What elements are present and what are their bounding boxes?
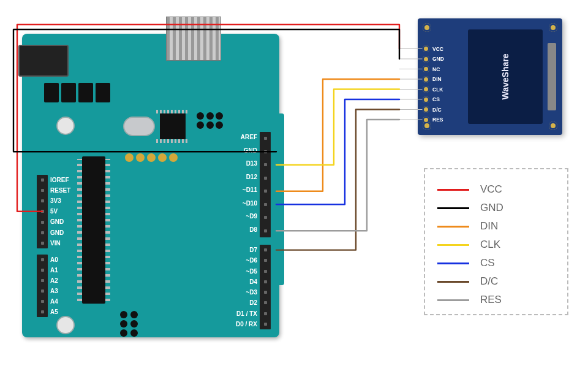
display-screen: WaveShare [468, 29, 543, 124]
pin-IOREF [37, 175, 48, 185]
pin-D6 [260, 255, 271, 266]
pin-D11 [260, 185, 271, 198]
pin-D13 [260, 158, 271, 172]
pin-label: ~D10 [243, 200, 257, 207]
voltage-regulator-heatsink [166, 17, 221, 61]
waveshare-display-module: WaveShare VCCGNDNCDINCLKCSD/CRES [418, 18, 562, 135]
reset-button-icon [56, 117, 75, 135]
solder-pad-icon [423, 117, 429, 123]
legend-label: CS [480, 257, 495, 269]
legend-color-swatch [437, 207, 469, 209]
pin-label: A0 [50, 256, 58, 263]
pin-label: A5 [50, 309, 58, 315]
pin-label: IOREF [50, 177, 69, 183]
legend-label: D/C [480, 275, 498, 288]
solder-pad-icon [423, 56, 429, 63]
digital-header-low: D7~D6~D5D4~D3D2D1 / TXD0 / RX [260, 245, 271, 329]
pin-AREF [260, 132, 271, 145]
pin-label: 3V3 [50, 197, 61, 204]
legend-row-RES: RES [437, 291, 555, 309]
wire-DC [276, 110, 399, 250]
pin-5V [37, 206, 48, 217]
legend-row-VCC: VCC [437, 180, 555, 199]
flex-connector [548, 43, 556, 110]
pin-A0 [37, 255, 48, 265]
legend-label: CLK [480, 239, 500, 251]
pin-label: ~D3 [246, 289, 257, 296]
pin-D1TX [260, 309, 271, 319]
icsp-header-2 [120, 311, 138, 337]
pin-D8 [260, 224, 271, 238]
pin-label: ~D9 [246, 213, 257, 220]
display-pin-RES: RES [423, 115, 444, 125]
solder-pad-icon [423, 86, 429, 93]
usb-port [18, 45, 69, 77]
capacitor-icon [56, 316, 75, 334]
solder-pad-icon [423, 106, 429, 113]
legend-color-swatch [437, 263, 469, 264]
legend-label: DIN [480, 220, 498, 232]
legend-label: GND [480, 202, 503, 214]
pin-label: ~D5 [246, 268, 257, 275]
pin-label: AREF [241, 134, 257, 140]
legend-label: RES [480, 294, 502, 306]
crystal-oscillator [123, 117, 155, 136]
pin-label: D13 [246, 160, 257, 167]
pin-label: D1 / TX [236, 310, 257, 317]
legend-color-swatch [437, 226, 469, 228]
analog-header: A0A1A2A3A4A5 [37, 255, 48, 317]
pin-D3 [260, 287, 271, 297]
pin-D12 [260, 172, 271, 185]
pin-A5 [37, 307, 48, 317]
icsp-header-1 [197, 112, 224, 129]
solder-pad-icon [423, 45, 429, 52]
pin-label: A4 [50, 298, 58, 305]
legend-color-swatch [437, 189, 469, 191]
solder-pad-icon [423, 66, 429, 72]
pin-label: 5V [50, 208, 58, 215]
display-pin-CS: CS [423, 95, 444, 104]
solder-pad-icon [423, 96, 429, 103]
display-pin-NC: NC [423, 64, 444, 74]
pin-D10 [260, 198, 271, 212]
pin-VIN [37, 238, 48, 248]
display-pin-label: DIN [432, 76, 442, 82]
display-pin-CLK: CLK [423, 85, 444, 94]
legend-row-DC: D/C [437, 272, 555, 291]
pin-label: RESET [50, 187, 70, 194]
display-pin-label: VCC [432, 46, 443, 52]
display-pin-label: NC [432, 66, 440, 72]
solder-pads [125, 153, 178, 162]
display-pin-label: CS [432, 96, 440, 102]
arduino-board: IOREFRESET3V35VGNDGNDVIN A0A1A2A3A4A5 AR… [22, 34, 279, 337]
pin-label: A2 [50, 277, 58, 284]
legend-color-swatch [437, 281, 469, 283]
pin-label: A1 [50, 267, 58, 274]
pin-label: ~D11 [243, 186, 257, 193]
pin-label: D0 / RX [236, 321, 257, 328]
legend-color-swatch [437, 244, 469, 246]
legend-row-CLK: CLK [437, 236, 555, 254]
pin-label: D4 [249, 278, 257, 285]
display-pin-label: GND [432, 56, 444, 62]
smd-ic [160, 113, 186, 139]
mount-hole-icon [549, 121, 557, 130]
pin-3V3 [37, 196, 48, 206]
legend-row-GND: GND [437, 199, 555, 217]
pin-label: VIN [50, 240, 61, 247]
pin-label: A3 [50, 288, 58, 294]
pin-label: D8 [249, 226, 257, 233]
solder-pad-icon [423, 76, 429, 83]
legend-label: VCC [480, 183, 502, 196]
pin-D5 [260, 266, 271, 277]
pin-label: ~D6 [246, 257, 257, 264]
pin-D9 [260, 211, 271, 224]
pin-D4 [260, 277, 271, 287]
pin-label: D2 [249, 299, 257, 306]
pin-A4 [37, 296, 48, 307]
pin-label: D7 [249, 247, 257, 253]
pin-D0RX [260, 319, 271, 329]
pin-GND [37, 228, 48, 238]
wire-RES [276, 120, 399, 231]
display-pin-label: D/C [432, 107, 442, 113]
